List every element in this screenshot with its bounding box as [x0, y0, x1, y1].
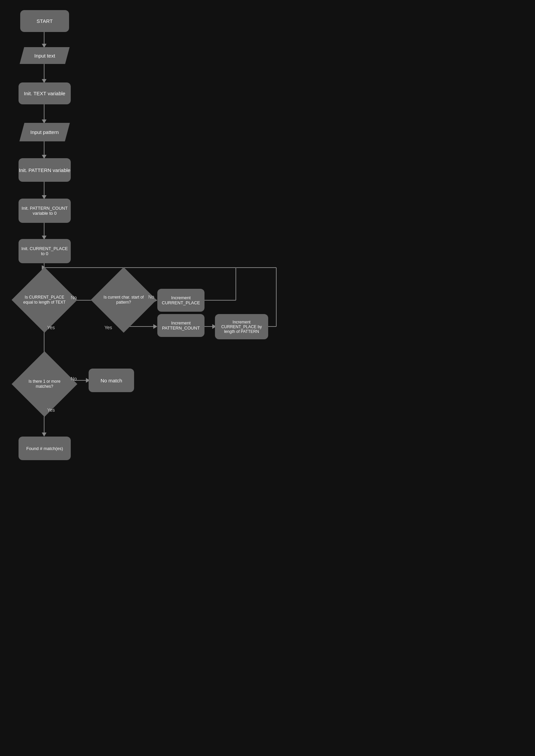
increment-current-place-label: Increment CURRENT_PLACE: [157, 294, 204, 307]
diamond-char-start-shape: Is current char. start of pattern?: [91, 267, 156, 333]
init-pattern-count-shape: Init. PATTERN_COUNT variable to 0: [19, 199, 71, 223]
label-no-1: No: [71, 295, 77, 300]
no-match-shape: No match: [89, 369, 134, 392]
increment-pattern-count-shape: Increment PATTERN_COUNT: [157, 314, 204, 337]
label-yes-3: Yes: [47, 407, 55, 413]
input-pattern-label: Input pattern: [30, 129, 59, 135]
found-match-shape: Found # match(es): [19, 437, 71, 460]
label-no-2: No: [148, 294, 154, 300]
init-text-shape: Init. TEXT variable: [19, 82, 71, 104]
flowchart: START Input text Init. TEXT variable Inp…: [0, 0, 535, 756]
no-match-label: No match: [100, 378, 122, 383]
diamond-current-place-label: Is CURRENT_PLACE equal to length of TEXT: [21, 294, 68, 306]
found-match-label: Found # match(es): [26, 446, 63, 451]
init-text-label: Init. TEXT variable: [24, 91, 65, 96]
increment-current-place-shape: Increment CURRENT_PLACE: [157, 289, 204, 312]
init-current-place-shape: Init. CURRENT_PLACE to 0: [19, 239, 71, 263]
svg-marker-24: [153, 324, 157, 329]
diamond-current-place-shape: Is CURRENT_PLACE equal to length of TEXT: [11, 267, 77, 333]
increment-current-place-by-label: Increment CURRENT_PLACE by length of PAT…: [215, 318, 268, 335]
init-pattern-count-label: Init. PATTERN_COUNT variable to 0: [19, 204, 71, 217]
label-yes-1: Yes: [47, 325, 55, 330]
increment-current-place-by-shape: Increment CURRENT_PLACE by length of PAT…: [215, 314, 268, 339]
start-shape: START: [20, 10, 69, 32]
label-no-3: No: [71, 376, 77, 381]
input-text-label: Input text: [34, 53, 55, 59]
svg-marker-35: [42, 433, 46, 437]
init-pattern-label: Init. PATTERN variable: [19, 167, 70, 173]
start-label: START: [37, 18, 53, 24]
diamond-matches-label: Is there 1 or more matches?: [21, 378, 68, 390]
input-pattern-shape: Input pattern: [20, 123, 70, 141]
increment-pattern-count-label: Increment PATTERN_COUNT: [157, 319, 204, 332]
label-yes-2: Yes: [104, 325, 112, 330]
input-text-shape: Input text: [20, 47, 69, 64]
connectors: [0, 0, 535, 756]
diamond-char-start-label: Is current char. start of pattern?: [100, 294, 147, 306]
init-pattern-shape: Init. PATTERN variable: [19, 158, 71, 182]
diamond-matches-shape: Is there 1 or more matches?: [11, 351, 77, 417]
init-current-place-label: Init. CURRENT_PLACE to 0: [19, 245, 71, 257]
